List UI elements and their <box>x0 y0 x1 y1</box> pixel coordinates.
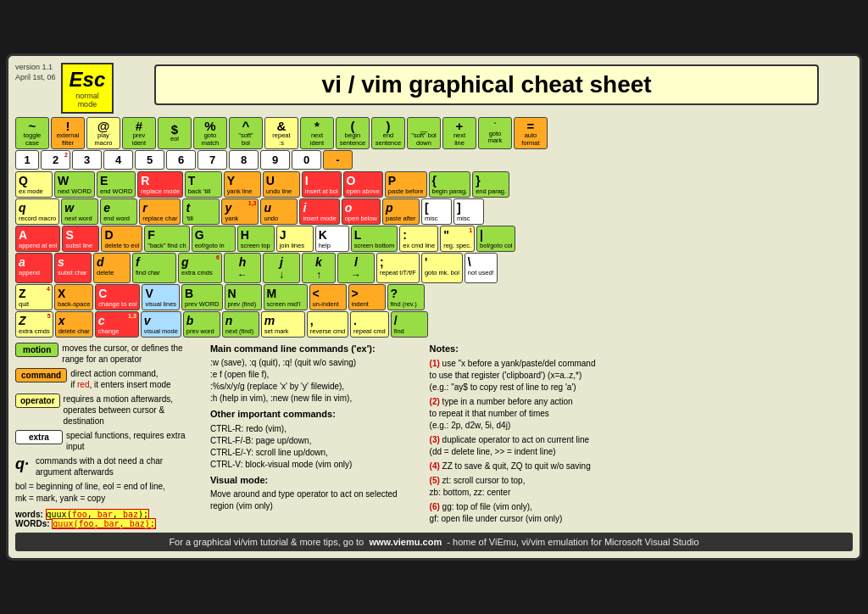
note-6: (6) gg: top of file (vim only),gf: open … <box>430 501 641 525</box>
key-l: l → <box>337 253 375 283</box>
operator-badge: operator <box>15 394 60 408</box>
key-lparen: ( beginsentence <box>336 117 370 149</box>
key-backslash: \ not used! <box>465 253 498 283</box>
other-commands-lines: CTRL-R: redo (vim), CTRL-F/-B: page up/d… <box>210 423 421 471</box>
num-key-7: 7 <box>198 150 227 170</box>
num-key-8: 8 <box>229 150 259 170</box>
key-F: F "back" find ch <box>144 226 189 252</box>
visual-mode-text: Move around and type operator to act on … <box>210 488 421 512</box>
legend-dotq: q· commands with a dot need a char argum… <box>15 455 202 477</box>
content-area: Q ex mode W next WORD E end WORD R repla… <box>15 170 853 528</box>
key-X: X back-space <box>54 284 93 310</box>
key-B: B prev WORD <box>181 284 222 310</box>
extra-desc: special functions, requires extra input <box>66 430 202 452</box>
key-dollar: $ eol <box>158 117 192 149</box>
key-q: q record macro <box>15 198 59 225</box>
esc-key-box: Esc normal mode <box>61 63 114 114</box>
footer: For a graphical vi/vim tutorial & more t… <box>15 533 853 551</box>
key-d: d delete <box>93 253 131 283</box>
key-semicolon: ; repeat t/T/f/F <box>376 253 420 283</box>
legend-extra: extra special functions, requires extra … <box>15 430 202 452</box>
legend-command: command direct action command,if red, it… <box>15 368 202 390</box>
key-equals: = autoformat <box>514 117 548 149</box>
key-x: x delete char <box>55 311 93 338</box>
key-dot: . repeat cmd <box>350 311 389 338</box>
top-header: version 1.1 April 1st, 06 Esc normal mod… <box>15 63 853 114</box>
key-h: h ← <box>224 253 261 283</box>
legend-motion: motion moves the cursor, or defines the … <box>15 343 202 365</box>
key-apostrophe: ' goto mk. bol <box>421 253 463 283</box>
dotq-desc: commands with a dot need a char argument… <box>36 455 171 477</box>
key-G: G eof/goto ln <box>192 226 236 252</box>
key-slash: / find <box>391 311 428 338</box>
key-W: W next WORD <box>54 171 95 198</box>
command-desc: direct action command,if red, it enters … <box>70 368 170 390</box>
key-i: i insert mode <box>299 198 339 225</box>
esc-key-label: Esc <box>70 68 106 92</box>
key-dot-goto: ` gotomark <box>478 117 512 149</box>
key-K: K help <box>315 226 349 252</box>
q-row-lower: q record macro w next word e end word r … <box>15 198 640 225</box>
key-caret: ^ "soft"bol <box>229 117 263 149</box>
num-key-4: 4 <box>103 150 133 170</box>
main-container: version 1.1 April 1st, 06 Esc normal mod… <box>6 53 862 561</box>
key-z: Z extra cmds 5 <box>15 311 53 338</box>
notes-section: Notes: (1) use "x before a yank/paste/de… <box>430 343 641 528</box>
key-S: S subst line <box>62 226 99 252</box>
key-plus: + nextline <box>442 117 476 149</box>
key-T: T back 'till <box>185 171 222 198</box>
key-rbracket: ] misc <box>453 198 484 225</box>
key-at: @ playmacro <box>86 117 120 149</box>
key-U: U undo line <box>263 171 300 198</box>
key-colon: : ex cmd line <box>399 226 438 252</box>
keys-area: Q ex mode W next WORD E end WORD R repla… <box>15 170 640 528</box>
title-box: vi / vim graphical cheat sheet <box>154 64 819 105</box>
esc-mode2: mode <box>70 100 106 109</box>
key-D: D delete to eol <box>101 226 142 252</box>
key-s: s subst char <box>54 253 92 283</box>
key-V: V visual lines <box>142 284 180 310</box>
num-key-minus: - <box>323 150 353 170</box>
key-n: n next (find) <box>222 311 259 338</box>
legend-section: motion moves the cursor, or defines the … <box>15 343 640 528</box>
key-H: H screen top <box>237 226 275 252</box>
esc-mode1: normal <box>70 92 106 100</box>
version-text: version 1.1 <box>15 63 56 73</box>
bol-def: bol = beginning of line, eol = end of li… <box>15 481 202 505</box>
key-t: t 'till <box>182 198 220 225</box>
special-symbols-row: ~ togglecase ! externalfilter @ playmacr… <box>15 117 853 149</box>
z-row-upper: Z quit 4 X back-space C change to eol V … <box>15 284 640 310</box>
main-commands-lines: :w (save), :q (quit), :q! (quit w/o savi… <box>210 357 421 405</box>
key-dquote: " reg. spec. 1 <box>440 226 475 252</box>
key-rparen: ) endsentence <box>371 117 405 149</box>
note-1: (1) use "x before a yank/paste/del comma… <box>430 358 641 394</box>
key-J: J join lines <box>276 226 314 252</box>
legend-left: motion moves the cursor, or defines the … <box>15 343 202 528</box>
key-m: m set mark <box>261 311 305 338</box>
note-3: (3) duplicate operator to act on current… <box>430 434 641 458</box>
num-key-0: 0 <box>292 150 321 170</box>
key-a: a append <box>15 253 53 283</box>
visual-mode-title: Visual mode: <box>210 474 421 487</box>
motion-desc: moves the cursor, or defines the range f… <box>62 343 198 365</box>
words-section: words: quux(foo, bar, baz); WORDs: quux(… <box>15 510 202 528</box>
key-Z: Z quit 4 <box>15 284 53 310</box>
note-4: (4) ZZ to save & quit, ZQ to quit w/o sa… <box>430 460 641 472</box>
num-key-5: 5 <box>135 150 164 170</box>
key-g: g extra cmds 6 <box>178 253 222 283</box>
key-C: C change to eol <box>95 284 140 310</box>
key-c: c change 1,3 <box>95 311 139 338</box>
extra-badge: extra <box>15 430 63 444</box>
key-P: P paste before <box>385 171 427 198</box>
key-E: E end WORD <box>97 171 136 198</box>
a-row-lower: a append s subst char d delete f find ch… <box>15 253 640 283</box>
key-N: N prev (find) <box>225 284 262 310</box>
key-Y: Y yank line <box>224 171 261 198</box>
key-u: u undo <box>260 198 298 225</box>
key-amp: & repeat:s <box>264 117 298 149</box>
footer-url: www.viemu.com <box>369 537 442 547</box>
num-key-3: 3 <box>72 150 102 170</box>
legend-operator: operator requires a motion afterwards, o… <box>15 394 202 427</box>
num-key-1: 1 <box>15 150 39 170</box>
q-row-upper: Q ex mode W next WORD E end WORD R repla… <box>15 171 640 198</box>
